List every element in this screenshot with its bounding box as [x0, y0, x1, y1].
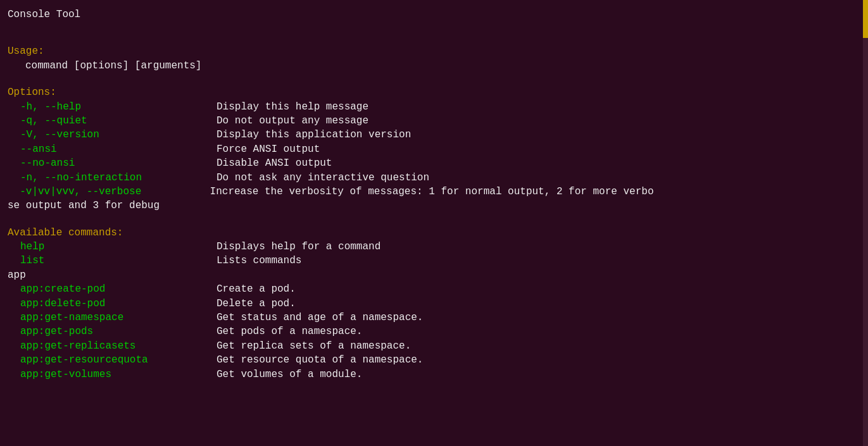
cmd-row-help: help Displays help for a command	[20, 240, 860, 254]
option-row-3: --ansi Force ANSI output	[20, 142, 860, 156]
cmd-row-get-resourcequota: app:get-resourcequota Get resource quota…	[20, 353, 860, 367]
option-row-0: -h, --help Display this help message	[20, 100, 860, 114]
cmd-row-get-pods: app:get-pods Get pods of a namespace.	[20, 325, 860, 338]
option-row-2: -V, --version Display this application v…	[20, 128, 860, 142]
option-row-1: -q, --quiet Do not output any message	[20, 114, 860, 128]
options-label: Options:	[8, 85, 860, 99]
cmd-row-get-volumes: app:get-volumes Get volumes of a module.	[20, 368, 860, 381]
usage-label: Usage:	[8, 44, 860, 58]
cmd-row-get-namespace: app:get-namespace Get status and age of …	[20, 311, 860, 325]
cmd-row-list: list Lists commands	[20, 254, 860, 268]
cmd-section-app: app	[8, 268, 860, 282]
scrollbar[interactable]	[863, 0, 868, 446]
terminal: Console Tool Usage: command [options] [a…	[3, 5, 865, 446]
usage-syntax: command [options] [arguments]	[25, 59, 860, 73]
cmd-row-create-pod: app:create-pod Create a pod.	[20, 282, 860, 296]
available-label: Available commands:	[8, 226, 860, 240]
option-row-6: -v|vv|vvv, --verbose Increase the verbos…	[8, 185, 860, 213]
cmd-row-delete-pod: app:delete-pod Delete a pod.	[20, 297, 860, 311]
scrollbar-thumb[interactable]	[863, 0, 868, 38]
cmd-row-get-replicasets: app:get-replicasets Get replica sets of …	[20, 339, 860, 353]
title: Console Tool	[8, 8, 860, 22]
option-row-5: -n, --no-interaction Do not ask any inte…	[20, 171, 860, 185]
option-row-4: --no-ansi Disable ANSI output	[20, 156, 860, 170]
